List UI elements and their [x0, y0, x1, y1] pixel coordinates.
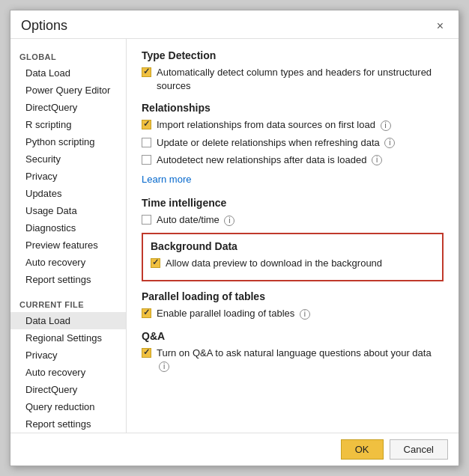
auto-date-info-icon: i	[224, 216, 234, 226]
background-data-section: Background Data Allow data preview to do…	[142, 233, 444, 281]
update-info-icon: i	[384, 138, 395, 148]
sidebar-item-usage-data[interactable]: Usage Data	[10, 202, 126, 219]
enable-parallel-label: Enable parallel loading of tables i	[157, 307, 310, 320]
time-intelligence-title: Time intelligence	[142, 197, 444, 209]
sidebar-item-privacy-current[interactable]: Privacy	[10, 347, 126, 364]
auto-date-row: Auto date/time i	[142, 213, 444, 227]
sidebar-item-data-load-current[interactable]: Data Load	[10, 312, 126, 329]
qa-title: Q&A	[142, 330, 444, 342]
autodetect-relationships-row: Autodetect new relationships after data …	[142, 153, 444, 167]
sidebar-item-auto-recovery-global[interactable]: Auto recovery	[10, 254, 126, 271]
ok-button[interactable]: OK	[341, 439, 384, 460]
allow-preview-row: Allow data preview to download in the ba…	[151, 257, 435, 270]
import-info-icon: i	[381, 120, 391, 131]
sidebar-item-report-settings-global[interactable]: Report settings	[10, 271, 126, 288]
qa-turn-on-row: Turn on Q&A to ask natural language ques…	[142, 347, 444, 373]
learn-more-link[interactable]: Learn more	[142, 174, 191, 185]
main-content: Type Detection Automatically detect colu…	[127, 39, 459, 433]
title-bar: Options ×	[10, 10, 459, 39]
sidebar-item-directquery-global[interactable]: DirectQuery	[10, 99, 126, 116]
import-relationships-label: Import relationships from data sources o…	[157, 118, 391, 132]
cancel-button[interactable]: Cancel	[390, 439, 448, 460]
sidebar-item-report-settings-current[interactable]: Report settings	[10, 415, 126, 433]
update-relationships-row: Update or delete relationships when refr…	[142, 136, 444, 150]
sidebar-item-diagnostics[interactable]: Diagnostics	[10, 219, 126, 237]
enable-parallel-row: Enable parallel loading of tables i	[142, 307, 444, 320]
sidebar: GLOBAL Data Load Power Query Editor Dire…	[10, 39, 127, 433]
sidebar-item-data-load-global[interactable]: Data Load	[10, 64, 126, 82]
enable-parallel-checkbox[interactable]	[142, 308, 151, 318]
update-relationships-checkbox[interactable]	[142, 138, 151, 147]
parallel-info-icon: i	[300, 309, 310, 320]
dialog-body: GLOBAL Data Load Power Query Editor Dire…	[10, 39, 459, 433]
auto-date-checkbox[interactable]	[142, 215, 151, 225]
dialog-footer: OK Cancel	[10, 433, 459, 466]
auto-date-label: Auto date/time i	[157, 213, 234, 227]
sidebar-item-privacy-global[interactable]: Privacy	[10, 168, 126, 185]
sidebar-item-preview-features[interactable]: Preview features	[10, 237, 126, 254]
auto-detect-row: Automatically detect column types and he…	[142, 66, 444, 93]
allow-preview-checkbox[interactable]	[151, 258, 160, 268]
allow-preview-label: Allow data preview to download in the ba…	[166, 257, 382, 270]
options-dialog: Options × GLOBAL Data Load Power Query E…	[10, 10, 459, 466]
sidebar-item-updates[interactable]: Updates	[10, 185, 126, 202]
auto-detect-label: Automatically detect column types and he…	[157, 66, 444, 93]
sidebar-item-python-scripting[interactable]: Python scripting	[10, 133, 126, 150]
import-relationships-checkbox[interactable]	[142, 120, 151, 129]
dialog-title: Options	[21, 18, 67, 34]
close-button[interactable]: ×	[432, 19, 448, 34]
background-data-title: Background Data	[151, 240, 435, 252]
sidebar-item-query-reduction[interactable]: Query reduction	[10, 398, 126, 415]
qa-turn-on-label: Turn on Q&A to ask natural language ques…	[157, 347, 444, 373]
autodetect-relationships-checkbox[interactable]	[142, 155, 151, 165]
import-relationships-row: Import relationships from data sources o…	[142, 118, 444, 132]
global-section-label: GLOBAL	[10, 46, 126, 64]
sidebar-item-auto-recovery-current[interactable]: Auto recovery	[10, 364, 126, 381]
sidebar-item-regional-settings[interactable]: Regional Settings	[10, 329, 126, 347]
relationships-title: Relationships	[142, 102, 444, 114]
sidebar-item-directquery-current[interactable]: DirectQuery	[10, 381, 126, 398]
current-file-section-label: CURRENT FILE	[10, 294, 126, 312]
sidebar-item-r-scripting[interactable]: R scripting	[10, 116, 126, 133]
parallel-loading-title: Parallel loading of tables	[142, 290, 444, 302]
autodetect-relationships-label: Autodetect new relationships after data …	[157, 153, 382, 167]
sidebar-item-security[interactable]: Security	[10, 150, 126, 168]
qa-info-icon: i	[159, 361, 169, 372]
type-detection-title: Type Detection	[142, 49, 444, 61]
sidebar-item-power-query-editor[interactable]: Power Query Editor	[10, 82, 126, 99]
autodetect-info-icon: i	[372, 155, 382, 165]
qa-turn-on-checkbox[interactable]	[142, 348, 151, 358]
update-relationships-label: Update or delete relationships when refr…	[157, 136, 395, 150]
auto-detect-checkbox[interactable]	[142, 67, 151, 77]
